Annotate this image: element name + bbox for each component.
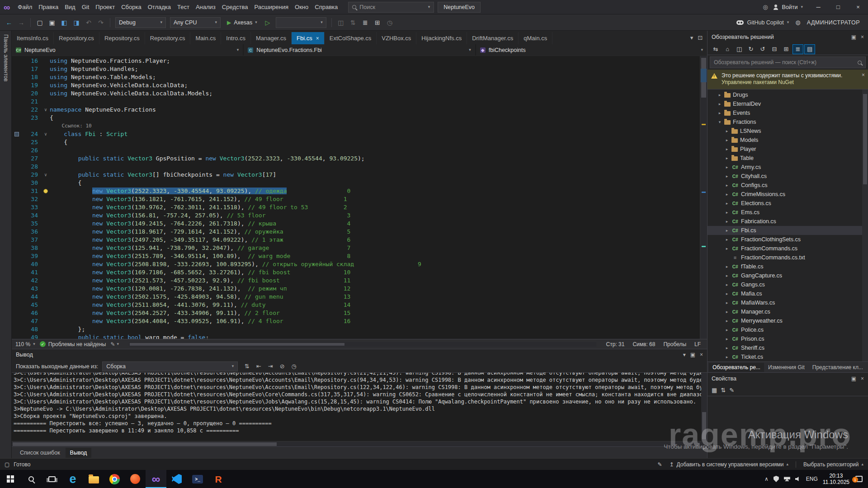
explorer-tab-изменения-git[interactable]: Изменения Git: [764, 363, 808, 372]
expand-arrow-icon[interactable]: ▸: [725, 174, 729, 178]
toggle-word-wrap-icon[interactable]: ◷: [289, 362, 299, 371]
project-dropdown[interactable]: C# NeptuneEvo ▾: [12, 44, 244, 56]
tray-expand-icon[interactable]: ∧: [764, 476, 769, 482]
code-line-19[interactable]: 19using NeptuneEvo.VehicleData.LocalData…: [12, 81, 700, 89]
scrollbar-thumb[interactable]: [863, 94, 867, 184]
fold-margin[interactable]: [42, 189, 50, 193]
editor-scrollbar[interactable]: [700, 56, 707, 339]
opera-icon[interactable]: [125, 470, 146, 488]
code-line-27[interactable]: 27 public static Vector3 GpsPosition = n…: [12, 155, 700, 163]
code-line-30[interactable]: 30 {: [12, 179, 700, 187]
explorer-tab-представление-кл...[interactable]: Представление кл...: [809, 363, 867, 372]
break-all-icon[interactable]: ◫: [335, 17, 346, 28]
tree-item-models[interactable]: ▸Models: [708, 136, 868, 145]
solution-badge[interactable]: NeptuneEvo: [438, 2, 481, 13]
expand-arrow-icon[interactable]: ▸: [725, 228, 729, 233]
chrome-icon[interactable]: [104, 470, 125, 488]
expand-arrow-icon[interactable]: ▸: [725, 210, 729, 215]
undo-icon[interactable]: ↶: [83, 17, 94, 28]
expand-arrow-icon[interactable]: ▸: [725, 346, 729, 350]
code-line-17[interactable]: 17using NeptuneEvo.Handles;: [12, 65, 700, 73]
expand-arrow-icon[interactable]: ▸: [717, 93, 722, 97]
expand-arrow-icon[interactable]: ▸: [725, 129, 729, 133]
tree-item-mafia.cs[interactable]: ▸C#Mafia.cs: [708, 289, 868, 298]
tab-qmain.cs[interactable]: qMain.cs: [519, 32, 552, 44]
output-dropdown-icon[interactable]: ▾: [683, 352, 686, 358]
expand-arrow-icon[interactable]: ▸: [725, 264, 729, 269]
editor-horizontal-scrollbar[interactable]: [129, 342, 596, 347]
line-indicator[interactable]: Стр: 31: [606, 341, 625, 347]
document-well-options-icon[interactable]: ⊡: [698, 34, 703, 41]
search-icon[interactable]: [21, 470, 42, 488]
expand-arrow-icon[interactable]: ▸: [725, 273, 729, 278]
code-line-41[interactable]: 41 new Vector3(169.7186, -685.5652, 33.2…: [12, 268, 700, 277]
background-tasks-icon[interactable]: ▢: [5, 461, 9, 468]
zoom-selector[interactable]: 110 % ▾: [15, 341, 35, 347]
code-line-16[interactable]: 16using NeptuneEvo.Fractions.Player;: [12, 57, 700, 65]
quick-edit-tool[interactable]: ✎ ▾: [110, 341, 119, 347]
tree-item-manager.cs[interactable]: ▸C#Manager.cs: [708, 307, 868, 316]
code-line-28[interactable]: 28: [12, 163, 700, 171]
document-dropdown-icon[interactable]: ▾: [690, 34, 693, 41]
notifications-icon[interactable]: 1: [855, 476, 863, 482]
tree-item-gangcapture.cs[interactable]: ▸C#GangCapture.cs: [708, 271, 868, 280]
tree-item-fbi.cs[interactable]: ▸C#Fbi.cs: [708, 226, 868, 235]
tree-item-crimemissions.cs[interactable]: ▸C#CrimeMissions.cs: [708, 190, 868, 199]
expand-arrow-icon[interactable]: ▸: [725, 300, 729, 305]
sync-with-active-document-icon[interactable]: ↻: [745, 44, 756, 54]
tree-item-configs.cs[interactable]: ▸C#Configs.cs: [708, 181, 868, 190]
pin-icon[interactable]: ▣: [690, 352, 695, 358]
close-button[interactable]: ×: [848, 0, 868, 14]
code-line-36[interactable]: 36 new Vector3(118.9617, -729.1614, 241.…: [12, 228, 700, 236]
menu-item-окно[interactable]: Окно: [292, 1, 311, 13]
tree-item-eternaldev[interactable]: ▸EternalDev: [708, 99, 868, 108]
close-icon[interactable]: ×: [861, 34, 864, 40]
tree-item-army.cs[interactable]: ▸C#Army.cs: [708, 163, 868, 172]
output-body[interactable]: 3>C:\Users\Administrator\Desktop\AXESAS …: [12, 373, 707, 441]
expand-arrow-icon[interactable]: ▸: [717, 102, 722, 106]
expand-arrow-icon[interactable]: ▸: [725, 328, 729, 332]
tab-manager.cs[interactable]: Manager.cs: [251, 32, 292, 44]
fold-margin[interactable]: ∨: [42, 130, 50, 138]
code-line-25[interactable]: 25 {: [12, 138, 700, 146]
scrollbar-thumb[interactable]: [13, 442, 277, 446]
code-line-18[interactable]: 18using NeptuneEvo.Table.Models;: [12, 73, 700, 81]
preview-selected-items-icon[interactable]: ▤: [804, 44, 815, 54]
tree-item-sheriff.cs[interactable]: ▸C#Sheriff.cs: [708, 343, 868, 352]
code-line-22[interactable]: 22∨namespace NeptuneEvo.Fractions: [12, 106, 700, 114]
tree-item-fractioncommands.cs.txt[interactable]: ≡FractionCommands.cs.txt: [708, 253, 868, 262]
code-line-45[interactable]: 45 new Vector3(2511.8054, -441.3076, 99.…: [12, 301, 700, 309]
pin-icon[interactable]: ▣: [851, 34, 856, 40]
tree-item-prison.cs[interactable]: ▸C#Prison.cs: [708, 334, 868, 343]
code-line-40[interactable]: 40 new Vector3(2508.8198, -333.22693, 10…: [12, 260, 700, 268]
tree-item-fractionclothingsets.cs[interactable]: ▸C#FractionClothingSets.cs: [708, 235, 868, 244]
goto-next-message-icon[interactable]: ⇥: [265, 362, 275, 371]
solution-platform-select[interactable]: Any CPU▾: [170, 17, 221, 28]
tree-item-table[interactable]: ▸Table: [708, 154, 868, 163]
code-line-24[interactable]: 24∨ class Fbi : Script: [12, 130, 700, 138]
code-line-20[interactable]: 20using NeptuneEvo.VehicleData.LocalData…: [12, 89, 700, 98]
expand-arrow-icon[interactable]: ▸: [725, 165, 729, 169]
tab-driftmanager.cs[interactable]: DriftManager.cs: [467, 32, 519, 44]
expand-arrow-icon[interactable]: ▸: [725, 355, 729, 359]
close-icon[interactable]: ×: [700, 352, 703, 358]
tree-item-elections.cs[interactable]: ▸C#Elections.cs: [708, 199, 868, 208]
eol-indicator[interactable]: LF: [694, 341, 701, 347]
tree-item-drugs[interactable]: ▸Drugs: [708, 90, 868, 99]
quick-actions-icon[interactable]: [43, 189, 48, 193]
redo-icon[interactable]: ↷: [95, 17, 106, 28]
pin-icon[interactable]: ▣: [851, 375, 856, 382]
type-dropdown[interactable]: C NeptuneEvo.Fractions.Fbi ▾: [244, 44, 476, 56]
fold-margin[interactable]: ∨: [42, 106, 50, 114]
expand-arrow-icon[interactable]: ▸: [717, 111, 722, 115]
expand-arrow-icon[interactable]: ▸: [725, 219, 729, 224]
volume-icon[interactable]: [795, 476, 801, 482]
fold-margin[interactable]: ∨: [42, 171, 50, 179]
output-vertical-scrollbar[interactable]: [701, 373, 707, 441]
tree-item-cityhall.cs[interactable]: ▸C#Cityhall.cs: [708, 172, 868, 181]
code-line-29[interactable]: 29∨ public static Vector3[] fbiCheckpoin…: [12, 171, 700, 179]
expand-arrow-icon[interactable]: ▸: [725, 192, 729, 197]
code-line-48[interactable]: 48 };: [12, 325, 700, 333]
menu-item-отладка[interactable]: Отладка: [145, 1, 174, 13]
tab-extcolshape.cs[interactable]: ExtColShape.cs: [325, 32, 377, 44]
